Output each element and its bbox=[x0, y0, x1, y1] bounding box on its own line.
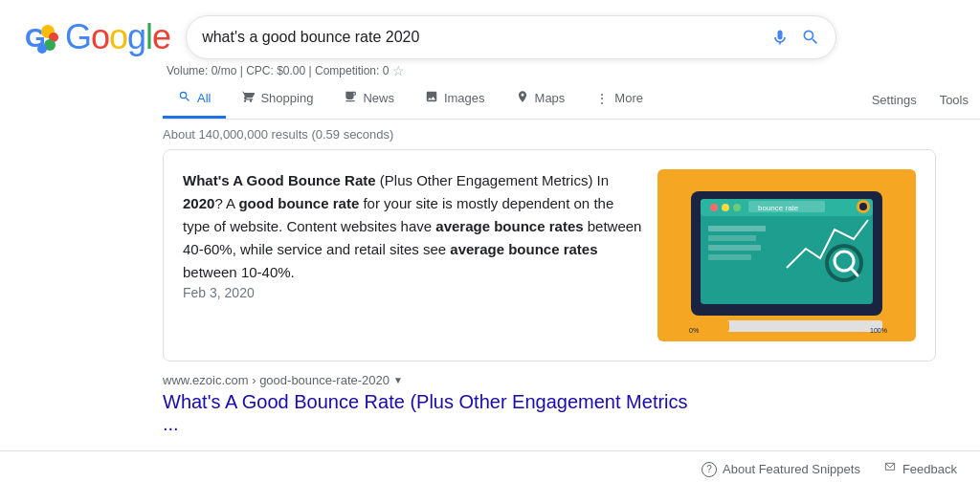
tab-news-label: News bbox=[363, 91, 394, 105]
tab-more-label: More bbox=[614, 91, 643, 105]
feedback-label: Feedback bbox=[902, 462, 957, 476]
tab-maps[interactable]: Maps bbox=[501, 80, 581, 119]
settings-tools: Settings Tools bbox=[860, 83, 980, 117]
search-bar: what's a good bounce rate 2020 bbox=[186, 15, 836, 59]
more-icon: ⋮ bbox=[595, 91, 609, 106]
svg-point-11 bbox=[733, 204, 741, 211]
nav-row: Volume: 0/mo | CPC: $0.00 | Competition:… bbox=[0, 63, 980, 120]
result-title-link[interactable]: What's A Good Bounce Rate (Plus Other En… bbox=[0, 391, 689, 435]
svg-rect-16 bbox=[708, 226, 766, 231]
mic-button[interactable] bbox=[770, 28, 790, 47]
news-icon bbox=[344, 90, 357, 106]
svg-rect-18 bbox=[708, 245, 761, 251]
settings-link[interactable]: Settings bbox=[860, 83, 928, 117]
tab-maps-label: Maps bbox=[535, 91, 566, 105]
snippet-body: What's A Good Bounce Rate (Plus Other En… bbox=[183, 169, 642, 284]
tab-all[interactable]: All bbox=[163, 80, 226, 119]
result-url: www.ezoic.com › good-bounce-rate-2020 bbox=[163, 373, 390, 387]
all-search-icon bbox=[178, 90, 191, 106]
images-icon bbox=[425, 90, 438, 106]
results-info: About 140,000,000 results (0.59 seconds) bbox=[0, 120, 980, 149]
tab-all-label: All bbox=[197, 91, 211, 105]
svg-rect-19 bbox=[708, 254, 751, 260]
tab-shopping-label: Shopping bbox=[260, 91, 313, 105]
feedback-icon bbox=[883, 461, 897, 477]
header: G Google what's a good bounce rate 2020 bbox=[0, 0, 980, 59]
tab-news[interactable]: News bbox=[328, 80, 410, 119]
tab-images-label: Images bbox=[444, 91, 485, 105]
logo-wordmark: Google bbox=[65, 17, 170, 57]
svg-text:bounce rate: bounce rate bbox=[758, 204, 799, 212]
snippet-title-rest: (Plus Other Engagement Metrics) In bbox=[376, 172, 609, 188]
svg-point-15 bbox=[859, 203, 867, 210]
snippet-date: Feb 3, 2020 bbox=[183, 285, 255, 300]
results-count: About 140,000,000 results (0.59 seconds) bbox=[163, 127, 393, 142]
featured-snippet-card: What's A Good Bounce Rate (Plus Other En… bbox=[163, 149, 936, 362]
google-logo[interactable]: G Google bbox=[23, 17, 170, 57]
snippet-image: bounce rate 0% 100% bbox=[657, 169, 916, 341]
about-snippets-link[interactable]: ? About Featured Snippets bbox=[702, 462, 860, 477]
search-input[interactable]: what's a good bounce rate 2020 bbox=[202, 29, 759, 46]
result-url-row: www.ezoic.com › good-bounce-rate-2020 ▼ bbox=[0, 373, 980, 387]
bounce-rate-illustration: bounce rate 0% 100% bbox=[662, 172, 911, 340]
search-button[interactable] bbox=[801, 28, 820, 47]
maps-icon bbox=[516, 90, 529, 106]
snippet-bold2: average bounce rates bbox=[435, 218, 583, 234]
svg-point-9 bbox=[710, 204, 718, 211]
about-snippets-label: About Featured Snippets bbox=[723, 462, 860, 476]
tabs: All Shopping News bbox=[163, 80, 980, 120]
footer-bar: ? About Featured Snippets Feedback bbox=[0, 450, 980, 487]
snippet-body1: ? A bbox=[214, 195, 238, 211]
tab-shopping[interactable]: Shopping bbox=[226, 80, 328, 119]
svg-point-5 bbox=[37, 44, 47, 54]
tab-more[interactable]: ⋮ More bbox=[580, 81, 658, 119]
url-dropdown-arrow[interactable]: ▼ bbox=[393, 375, 403, 385]
snippet-bold3: average bounce rates bbox=[450, 241, 597, 257]
snippet-body4: between 10-40%. bbox=[183, 264, 295, 280]
svg-rect-17 bbox=[708, 235, 756, 241]
shopping-icon bbox=[241, 90, 255, 106]
tools-link[interactable]: Tools bbox=[928, 83, 980, 117]
star-icon[interactable]: ☆ bbox=[392, 63, 405, 78]
snippet-title-bold: What's A Good Bounce Rate bbox=[183, 172, 376, 188]
svg-point-10 bbox=[722, 204, 729, 211]
question-icon: ? bbox=[702, 462, 717, 477]
snippet-bold1: good bounce rate bbox=[238, 195, 359, 211]
svg-text:100%: 100% bbox=[870, 327, 887, 334]
volume-bar: Volume: 0/mo | CPC: $0.00 | Competition:… bbox=[163, 63, 980, 78]
svg-text:0%: 0% bbox=[689, 327, 699, 334]
google-logo-icon: G bbox=[23, 18, 61, 56]
snippet-text-area: What's A Good Bounce Rate (Plus Other En… bbox=[183, 169, 642, 341]
volume-text: Volume: 0/mo | CPC: $0.00 | Competition:… bbox=[167, 64, 389, 77]
feedback-link[interactable]: Feedback bbox=[883, 461, 957, 477]
search-bar-wrapper: what's a good bounce rate 2020 bbox=[186, 15, 836, 59]
snippet-year: 2020 bbox=[183, 195, 214, 211]
tab-images[interactable]: Images bbox=[410, 80, 501, 119]
